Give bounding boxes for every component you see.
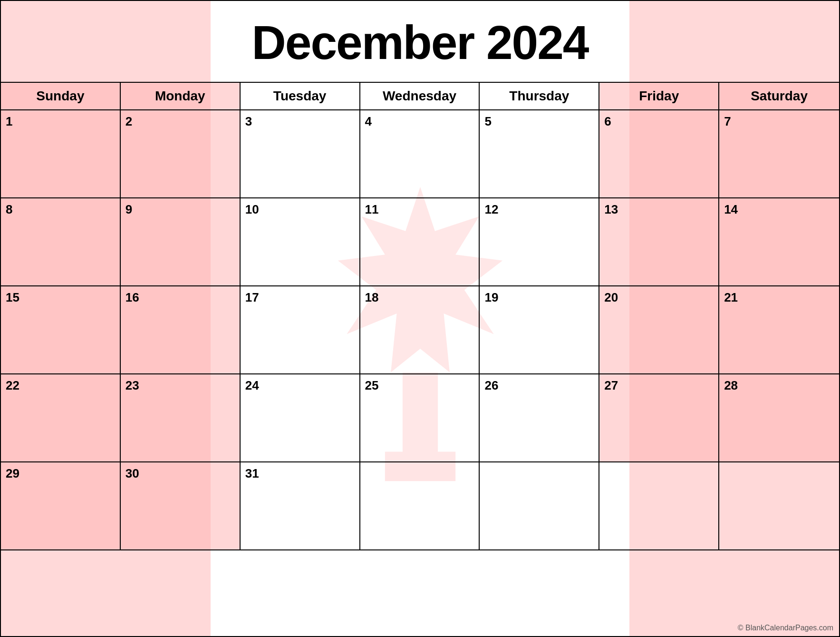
calendar-day: 19 <box>480 286 599 374</box>
calendar-day: 22 <box>1 374 121 462</box>
calendar-day: 24 <box>241 374 360 462</box>
calendar-day: 20 <box>599 286 719 374</box>
day-number: 12 <box>484 202 594 217</box>
day-number: 16 <box>126 290 235 305</box>
calendar-day: 27 <box>599 374 719 462</box>
calendar-day: 21 <box>719 286 839 374</box>
day-number: 3 <box>245 114 355 129</box>
day-number: 23 <box>126 378 235 393</box>
calendar-day: 30 <box>121 462 241 550</box>
day-number: 8 <box>6 202 115 217</box>
day-number: 5 <box>484 114 594 129</box>
calendar-day: 7 <box>719 110 839 198</box>
day-number: 28 <box>724 378 834 393</box>
calendar-body: 1234567891011121314151617181920212223242… <box>1 110 839 550</box>
calendar-day: 3 <box>241 110 360 198</box>
day-number: 9 <box>126 202 235 217</box>
header-wednesday: Wednesday <box>360 83 480 109</box>
day-number: 25 <box>365 378 474 393</box>
header-saturday: Saturday <box>719 83 839 109</box>
day-number: 13 <box>604 202 714 217</box>
calendar-day: 26 <box>480 374 599 462</box>
calendar-day: 29 <box>1 462 121 550</box>
day-number: 19 <box>484 290 594 305</box>
calendar-day: 11 <box>360 198 480 286</box>
calendar-day: 18 <box>360 286 480 374</box>
calendar-day: 10 <box>241 198 360 286</box>
calendar-day <box>360 462 480 550</box>
calendar-day: 1 <box>1 110 121 198</box>
day-number: 10 <box>245 202 355 217</box>
day-number: 29 <box>6 466 115 481</box>
calendar-day: 25 <box>360 374 480 462</box>
day-number: 14 <box>724 202 834 217</box>
day-number: 15 <box>6 290 115 305</box>
calendar-day: 31 <box>241 462 360 550</box>
calendar-grid: Sunday Monday Tuesday Wednesday Thursday… <box>1 83 839 550</box>
calendar-container: December 2024 Sunday Monday Tuesday Wedn… <box>0 0 840 637</box>
day-number: 7 <box>724 114 834 129</box>
calendar-day: 5 <box>480 110 599 198</box>
calendar-title: December 2024 <box>1 1 839 83</box>
calendar-day <box>480 462 599 550</box>
day-number: 1 <box>6 114 115 129</box>
day-number: 30 <box>126 466 235 481</box>
calendar-day <box>719 462 839 550</box>
calendar-day: 4 <box>360 110 480 198</box>
calendar-day: 23 <box>121 374 241 462</box>
day-number: 2 <box>126 114 235 129</box>
header-thursday: Thursday <box>480 83 599 109</box>
calendar-day: 17 <box>241 286 360 374</box>
day-number: 22 <box>6 378 115 393</box>
day-number: 21 <box>724 290 834 305</box>
calendar-day: 16 <box>121 286 241 374</box>
day-number: 27 <box>604 378 714 393</box>
day-number: 18 <box>365 290 474 305</box>
header-tuesday: Tuesday <box>241 83 360 109</box>
calendar-day: 28 <box>719 374 839 462</box>
day-number: 17 <box>245 290 355 305</box>
header-friday: Friday <box>599 83 719 109</box>
calendar-day: 14 <box>719 198 839 286</box>
calendar-day: 15 <box>1 286 121 374</box>
day-number: 6 <box>604 114 714 129</box>
calendar-day: 9 <box>121 198 241 286</box>
day-number: 4 <box>365 114 474 129</box>
header-title-text: December 2024 <box>252 16 589 69</box>
calendar-day: 8 <box>1 198 121 286</box>
header-sunday: Sunday <box>1 83 121 109</box>
calendar-day <box>599 462 719 550</box>
watermark: © BlankCalendarPages.com <box>738 624 833 632</box>
calendar-day: 6 <box>599 110 719 198</box>
day-number: 11 <box>365 202 474 217</box>
calendar-day: 13 <box>599 198 719 286</box>
day-number: 31 <box>245 466 355 481</box>
day-number: 20 <box>604 290 714 305</box>
calendar-day: 12 <box>480 198 599 286</box>
day-number: 24 <box>245 378 355 393</box>
header-monday: Monday <box>121 83 241 109</box>
day-headers-row: Sunday Monday Tuesday Wednesday Thursday… <box>1 83 839 110</box>
calendar-day: 2 <box>121 110 241 198</box>
day-number: 26 <box>484 378 594 393</box>
